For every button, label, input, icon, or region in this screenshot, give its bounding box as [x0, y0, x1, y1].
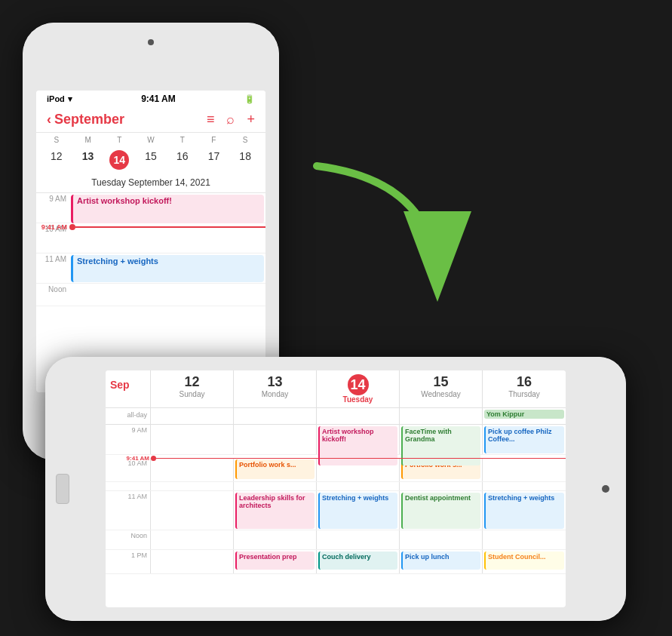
land-cell-15-noon [400, 530, 483, 549]
date-16[interactable]: 16 [167, 149, 198, 171]
event-pickup-lunch[interactable]: Pick up lunch [401, 552, 480, 570]
land-cell-14-9: Artist workshop kickoff! [317, 425, 400, 454]
land-col-16[interactable]: 16 Thursday [483, 370, 566, 407]
land-date-14: 14 [348, 374, 369, 395]
land-col-15[interactable]: 15 Wednesday [400, 370, 483, 407]
current-time-h-bar [156, 458, 566, 459]
event-pickup-coffee[interactable]: Pick up coffee Philz Coffee... [484, 426, 564, 453]
date-13[interactable]: 13 [72, 149, 104, 171]
back-chevron[interactable]: ‹ [47, 112, 51, 128]
status-right: 🔋 [244, 94, 255, 104]
current-time-h-label: 9:41 AM [116, 455, 149, 462]
land-cell-14-11: Stretching + weights [317, 491, 400, 530]
camera [148, 39, 154, 45]
week-dates-strip: 12 13 14 15 16 17 18 [36, 147, 265, 176]
header-icons: ≡ ⌕ + [207, 112, 255, 128]
ipod-horizontal: Sep 12 Sunday 13 Monday 14 Tuesday [45, 357, 626, 621]
list-icon[interactable]: ≡ [207, 112, 215, 128]
land-header: Sep 12 Sunday 13 Monday 14 Tuesday [106, 370, 566, 408]
wifi-icon: ▾ [68, 94, 72, 104]
weekday-t1: T [103, 136, 135, 144]
land-col-14[interactable]: 14 Tuesday [317, 370, 400, 407]
status-bar: iPod ▾ 9:41 AM 🔋 [36, 91, 265, 107]
event-leadership[interactable]: Leadership skills for architects [235, 493, 315, 529]
time-9am: 9 AM [36, 193, 69, 223]
land-allday-13 [234, 408, 317, 424]
land-cell-13-9 [234, 425, 317, 454]
land-allday-16: Yom Kippur [483, 408, 566, 424]
camera-h [602, 485, 609, 493]
land-cell-15-9: FaceTime with Grandma [400, 425, 483, 454]
add-icon[interactable]: + [247, 112, 255, 128]
land-dayname-12: Sunday [152, 390, 232, 398]
event-stretching-h[interactable]: Stretching + weights [318, 493, 397, 529]
arrow-svg [287, 151, 483, 317]
land-dayname-13: Monday [235, 390, 315, 398]
land-cell-16-1pm: Student Council... [483, 550, 566, 573]
time-content-11am: Stretching + weights [69, 253, 265, 283]
weekday-f: F [198, 136, 230, 144]
event-presentation-prep[interactable]: Presentation prep [235, 552, 315, 570]
land-col-13[interactable]: 13 Monday [234, 370, 317, 407]
land-cell-13-g1 [234, 482, 317, 490]
date-12[interactable]: 12 [41, 149, 72, 171]
battery-icon: 🔋 [244, 94, 255, 104]
time-11am: 11 AM [36, 253, 69, 283]
weekday-s1: S [41, 136, 72, 144]
event-dentist[interactable]: Dentist appointment [401, 493, 480, 529]
land-time-1pm: 1 PM [106, 550, 151, 573]
land-cell-13-1pm: Presentation prep [234, 550, 317, 573]
weekday-t2: T [167, 136, 198, 144]
event-stretching-16[interactable]: Stretching + weights [484, 493, 564, 529]
current-time-dot [69, 224, 75, 230]
time-row-noon: Noon [36, 284, 265, 306]
month-nav[interactable]: ‹ September [47, 112, 124, 128]
land-cell-15-11: Dentist appointment [400, 491, 483, 530]
land-cell-12-1pm [151, 550, 234, 573]
event-stretching-v[interactable]: Stretching + weights [71, 255, 264, 282]
date-17[interactable]: 17 [198, 149, 230, 171]
current-time-h: 9:41 AM [151, 455, 566, 462]
arrow-container [287, 151, 483, 317]
land-row-noon: Noon [106, 530, 566, 550]
date-14[interactable]: 14 [103, 149, 135, 171]
side-button[interactable] [56, 474, 69, 504]
land-cell-14-g1 [317, 482, 400, 490]
current-time-h-dot [151, 456, 156, 461]
land-allday-15 [400, 408, 483, 424]
land-cell-15-1pm: Pick up lunch [400, 550, 483, 573]
date-18[interactable]: 18 [229, 149, 261, 171]
land-date-15: 15 [401, 374, 480, 390]
time-row-9am: 9 AM Artist workshop kickoff! [36, 193, 265, 223]
land-cell-12-11 [151, 491, 234, 530]
land-cell-12-noon [151, 530, 234, 549]
land-row-1pm: 1 PM Presentation prep Couch delivery Pi… [106, 550, 566, 574]
land-date-16: 16 [484, 374, 564, 390]
search-icon[interactable]: ⌕ [226, 112, 235, 128]
land-dayname-15: Wednesday [401, 390, 480, 398]
land-cell-12-g1 [151, 482, 234, 490]
land-body: 9 AM Artist workshop kickoff! FaceTime w… [106, 425, 566, 607]
date-15[interactable]: 15 [135, 149, 167, 171]
month-label: September [54, 112, 124, 128]
event-yom-kippur[interactable]: Yom Kippur [484, 410, 564, 419]
land-cell-14-noon [317, 530, 400, 549]
land-sep-month: Sep [107, 374, 149, 392]
carrier-label: iPod [47, 94, 65, 103]
horizontal-screen: Sep 12 Sunday 13 Monday 14 Tuesday [106, 370, 566, 607]
land-sep-cell: Sep [106, 370, 151, 407]
land-col-12[interactable]: 12 Sunday [151, 370, 234, 407]
land-allday-12 [151, 408, 234, 424]
status-left: iPod ▾ [47, 94, 72, 104]
event-couch-delivery[interactable]: Couch delivery [318, 552, 397, 570]
land-cell-15-g1 [400, 482, 483, 490]
weekday-s2: S [229, 136, 261, 144]
land-date-12: 12 [152, 374, 232, 390]
event-portfolio-13[interactable]: Portfolio work s... [235, 459, 315, 479]
land-cell-13-noon [234, 530, 317, 549]
event-artist-workshop[interactable]: Artist workshop kickoff! [71, 195, 264, 223]
time-row-11am: 11 AM Stretching + weights [36, 253, 265, 284]
event-student-council[interactable]: Student Council... [484, 552, 564, 570]
landscape-calendar: Sep 12 Sunday 13 Monday 14 Tuesday [106, 370, 566, 607]
weekday-w: W [135, 136, 167, 144]
